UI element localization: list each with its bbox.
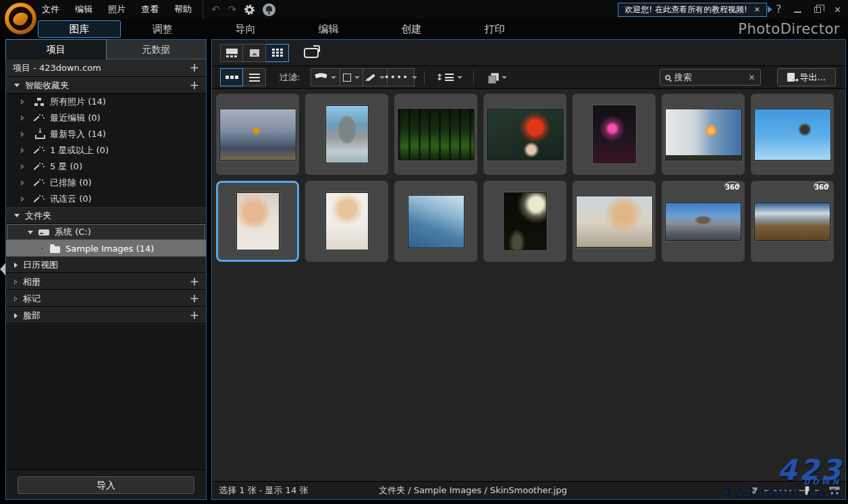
browser-view-button[interactable] xyxy=(220,44,243,62)
photo-thumbnail-panorama-canyon[interactable]: 360 xyxy=(751,181,834,262)
mode-tab-edit[interactable]: 编辑 xyxy=(287,20,370,38)
mode-tab-print[interactable]: 打印 xyxy=(453,20,536,38)
export-button[interactable]: 导出... xyxy=(777,68,836,86)
photo-thumbnail-panorama-rock-arch[interactable]: 360 xyxy=(662,181,745,262)
welcome-notice-text: 欢迎您! 在此查看所有的教程视频! xyxy=(625,4,747,16)
photo-thumbnail-red-maple-leaf[interactable] xyxy=(483,94,566,175)
sidebar-row-project-root[interactable]: 项目 - 423down.com+ xyxy=(6,59,206,77)
photo-thumbnail-woman-smiling-portrait[interactable] xyxy=(216,181,299,262)
photo-thumbnail-dark-window-light[interactable] xyxy=(483,181,566,262)
expander-right-open-icon[interactable] xyxy=(21,164,24,169)
expander-down-icon[interactable] xyxy=(14,84,20,87)
search-icon xyxy=(665,75,670,80)
expander-down-icon[interactable] xyxy=(28,231,33,234)
sidebar-row-system-c-drive[interactable]: 系统 (C:) xyxy=(7,224,205,240)
more-filter-button[interactable]: •••• xyxy=(388,68,415,86)
settings-gear-icon[interactable] xyxy=(244,5,255,15)
slider-handle[interactable] xyxy=(805,486,810,495)
sidebar-row-sample-images-folder[interactable]: Sample Images (14) xyxy=(6,240,206,256)
row-label: 5 星 (0) xyxy=(50,161,82,173)
import-button[interactable]: 导入 xyxy=(18,476,194,494)
thumbnail-mode-button[interactable] xyxy=(220,68,243,86)
menu-view[interactable]: 查看 xyxy=(141,3,159,16)
menu-photo[interactable]: 照片 xyxy=(108,3,126,16)
photo-image-dark-window-light xyxy=(504,192,547,250)
sidebar-row-smart-collections[interactable]: 智能收藏夹+ xyxy=(6,77,206,94)
expander-right-open-icon[interactable] xyxy=(41,246,45,251)
minimize-button[interactable] xyxy=(794,11,801,13)
photo-thumbnail-forest-sunlight[interactable] xyxy=(394,94,477,175)
sidebar-row-recently-edited[interactable]: 最近编辑 (0) xyxy=(6,110,206,126)
secondary-display-button[interactable] xyxy=(298,44,324,62)
thumbnail-size-slider[interactable] xyxy=(764,490,822,491)
menu-file[interactable]: 文件 xyxy=(42,3,59,16)
photo-thumbnail-skateboarder-jump[interactable] xyxy=(751,94,834,175)
add-button[interactable]: + xyxy=(190,62,199,74)
sidebar-row-faces[interactable]: 脸部+ xyxy=(6,307,206,324)
expander-right-open-icon[interactable] xyxy=(21,196,24,202)
sidebar-row-all-photos[interactable]: 所有照片 (14) xyxy=(6,94,206,110)
tab-metadata[interactable]: 元数据 xyxy=(107,39,207,59)
expander-right-open-icon[interactable] xyxy=(21,115,24,121)
expander-right-icon[interactable] xyxy=(14,313,18,318)
rating-filter-button[interactable] xyxy=(340,68,363,86)
help-button[interactable]: ? xyxy=(776,3,781,16)
flag-filter-button[interactable] xyxy=(311,68,340,86)
selection-count: 选择 1 张 - 显示 14 张 xyxy=(219,484,308,497)
photo-thumbnail-rocket-launch[interactable] xyxy=(662,94,745,175)
grid-view-button[interactable] xyxy=(266,44,289,62)
sidebar-row-cyberlink-cloud[interactable]: 讯连云 (0) xyxy=(6,191,206,207)
notification-bell-icon[interactable] xyxy=(263,3,275,16)
photo-image-rocket-launch xyxy=(665,109,742,161)
photo-thumbnail-ocean-wave[interactable] xyxy=(394,181,477,262)
sort-button[interactable]: ↕ xyxy=(434,68,464,86)
notice-close-icon[interactable]: ✕ xyxy=(754,5,760,14)
menu-edit[interactable]: 编辑 xyxy=(75,3,92,16)
search-input[interactable] xyxy=(674,72,745,82)
row-label: 标记 xyxy=(23,293,41,305)
sidebar-row-excluded[interactable]: 已排除 (0) xyxy=(6,175,206,191)
sidebar-row-five-star[interactable]: 5 星 (0) xyxy=(6,159,206,175)
photo-thumbnail-basketball-dunk[interactable] xyxy=(216,94,299,175)
sidebar-row-albums[interactable]: 相册+ xyxy=(6,273,206,290)
photo-thumbnail-neon-bar-sign[interactable] xyxy=(573,94,656,175)
expander-right-open-icon[interactable] xyxy=(21,99,24,105)
mode-tab-guided[interactable]: 导向 xyxy=(204,20,287,38)
list-mode-button[interactable] xyxy=(243,68,266,86)
small-thumbnail-icon[interactable] xyxy=(749,487,758,494)
expander-right-open-icon[interactable] xyxy=(21,132,24,137)
expander-down-icon[interactable] xyxy=(14,214,20,217)
redo-icon[interactable]: ↷ xyxy=(228,5,237,15)
expander-right-icon[interactable] xyxy=(14,262,18,268)
expander-right-open-icon[interactable] xyxy=(21,148,24,153)
single-view-button[interactable] xyxy=(243,44,266,62)
close-button[interactable]: ✕ xyxy=(834,5,841,15)
sidebar-row-one-star-or-above[interactable]: 1 星或以上 (0) xyxy=(6,142,206,159)
expander-right-open-icon[interactable] xyxy=(14,279,18,285)
photo-thumbnail-woman-laughing-portrait[interactable] xyxy=(305,181,388,262)
tab-project[interactable]: 项目 xyxy=(5,39,107,59)
sidebar-row-tags[interactable]: 标记+ xyxy=(6,290,206,307)
undo-icon[interactable]: ↶ xyxy=(211,5,220,15)
menu-help[interactable]: 帮助 xyxy=(174,3,192,16)
add-button[interactable]: + xyxy=(190,80,199,91)
add-button[interactable]: + xyxy=(190,293,199,304)
add-button[interactable]: + xyxy=(190,310,199,321)
photo-thumbnail-woman-leaning-portrait[interactable] xyxy=(573,181,656,262)
photo-thumbnail-limestone-island-boat[interactable] xyxy=(305,94,388,175)
expander-right-open-icon[interactable] xyxy=(21,180,24,186)
current-photo-path: 文件夹 / Sample Images / SkinSmoother.jpg xyxy=(379,484,567,497)
mode-tab-adjust[interactable]: 调整 xyxy=(121,20,204,38)
mode-tab-library[interactable]: 图库 xyxy=(38,20,121,38)
expander-right-open-icon[interactable] xyxy=(14,296,18,302)
stack-button[interactable] xyxy=(483,68,510,86)
sidebar-row-folders[interactable]: 文件夹 xyxy=(6,207,206,224)
sidebar-collapse-arrow-icon[interactable] xyxy=(0,263,5,275)
search-clear-icon[interactable]: ✕ xyxy=(749,73,756,82)
mode-tab-create[interactable]: 创建 xyxy=(370,20,453,38)
large-thumbnail-icon[interactable] xyxy=(829,486,840,495)
restore-button[interactable] xyxy=(814,7,821,13)
sidebar-row-latest-imports[interactable]: 最新导入 (14) xyxy=(6,126,206,142)
sidebar-row-calendar-view[interactable]: 日历视图 xyxy=(6,256,206,273)
add-button[interactable]: + xyxy=(190,276,199,287)
